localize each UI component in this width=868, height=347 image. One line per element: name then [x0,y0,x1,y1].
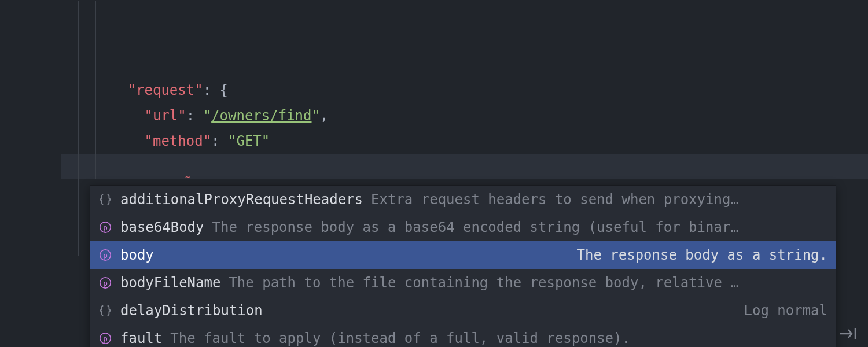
svg-text:p: p [103,279,108,287]
suggest-item-fault[interactable]: pfaultThe fault to apply (instead of a f… [90,324,836,347]
error-squiggle: ~ [185,175,190,177]
suggest-description: Extra request headers to send when proxy… [371,187,827,212]
code-line: "url": "/owners/find", [61,27,868,52]
suggest-label: base64Body [120,215,204,240]
braces-icon [98,304,112,318]
svg-text:p: p [103,251,108,260]
suggest-label: bodyFileName [120,270,220,296]
code-line: "method": "GET" [61,52,868,77]
svg-text:p: p [103,334,108,343]
suggest-item-bodyFileName[interactable]: pbodyFileNameThe path to the file contai… [90,269,836,297]
suggest-label: fault [120,326,162,347]
suggest-item-base64Body[interactable]: pbase64BodyThe response body as a base64… [90,213,836,241]
property-icon: p [98,276,112,290]
suggest-description: The path to the file containing the resp… [229,270,827,296]
suggest-description: The response body as a string. [162,242,827,268]
code-line: }, [61,77,868,103]
property-icon: p [98,331,112,345]
suggest-label: additionalProxyRequestHeaders [120,187,363,212]
tab-stop-icon [839,324,858,339]
svg-text:p: p [103,223,108,232]
autocomplete-popup[interactable]: additionalProxyRequestHeadersExtra reque… [90,185,836,347]
suggest-description: The fault to apply (instead of a full, v… [170,326,827,347]
property-icon: p [98,220,112,234]
code-line: "response": { [61,103,868,128]
suggest-description: Log normal [271,298,827,323]
suggest-label: body [120,242,154,268]
property-icon: p [98,248,112,262]
code-line: "status": 200, [61,128,868,154]
suggest-item-delayDistribution[interactable]: delayDistributionLog normal [90,297,836,324]
suggest-description: The response body as a base64 encoded st… [212,215,828,240]
code-line-current[interactable]: "" ~ [61,154,868,179]
braces-icon [98,193,112,206]
suggest-item-body[interactable]: pbodyThe response body as a string. [90,241,836,269]
code-line: "request": { [61,1,868,27]
suggest-item-additionalProxyRequestHeaders[interactable]: additionalProxyRequestHeadersExtra reque… [90,186,836,213]
suggest-label: delayDistribution [120,298,263,323]
